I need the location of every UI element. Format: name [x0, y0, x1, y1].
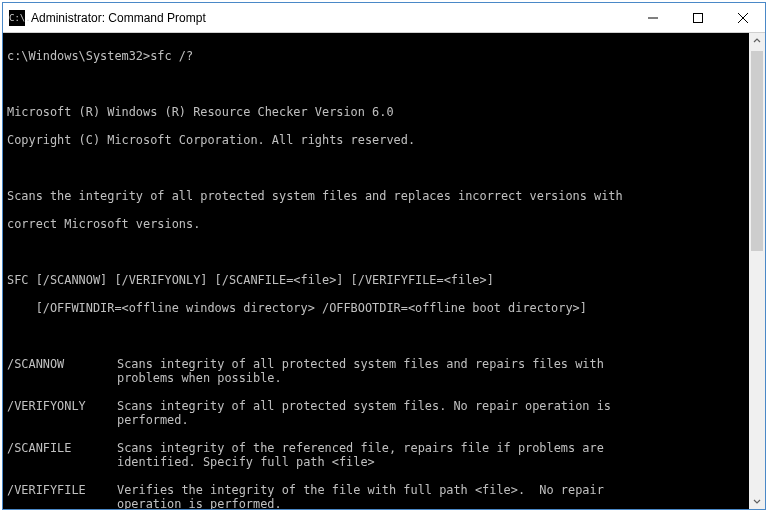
scroll-down-button[interactable] — [749, 493, 765, 509]
svg-rect-1 — [693, 13, 702, 22]
option-row: /SCANFILEScans integrity of the referenc… — [7, 441, 745, 469]
option-desc: Scans integrity of all protected system … — [117, 357, 717, 385]
option-desc: Verifies the integrity of the file with … — [117, 483, 717, 509]
syntax-line: SFC [/SCANNOW] [/VERIFYONLY] [/SCANFILE=… — [7, 273, 745, 287]
scroll-thumb[interactable] — [751, 51, 763, 251]
maximize-button[interactable] — [675, 3, 720, 32]
titlebar[interactable]: C:\. Administrator: Command Prompt — [3, 3, 765, 33]
minimize-button[interactable] — [630, 3, 675, 32]
chevron-up-icon — [753, 37, 761, 45]
cmd-icon: C:\. — [9, 10, 25, 26]
option-desc: Scans integrity of all protected system … — [117, 399, 717, 427]
option-key: /VERIFYONLY — [7, 399, 117, 427]
chevron-down-icon — [753, 497, 761, 505]
header-line: Microsoft (R) Windows (R) Resource Check… — [7, 105, 745, 119]
description-line: correct Microsoft versions. — [7, 217, 745, 231]
close-button[interactable] — [720, 3, 765, 32]
option-key: /SCANFILE — [7, 441, 117, 469]
option-desc: Scans integrity of the referenced file, … — [117, 441, 717, 469]
prompt-line: c:\Windows\System32>sfc /? — [7, 49, 745, 63]
option-row: /VERIFYFILEVerifies the integrity of the… — [7, 483, 745, 509]
option-key: /SCANNOW — [7, 357, 117, 385]
header-line: Copyright (C) Microsoft Corporation. All… — [7, 133, 745, 147]
client-area: c:\Windows\System32>sfc /? Microsoft (R)… — [3, 33, 765, 509]
option-row: /SCANNOWScans integrity of all protected… — [7, 357, 745, 385]
option-row: /VERIFYONLYScans integrity of all protec… — [7, 399, 745, 427]
window-controls — [630, 3, 765, 32]
window-title: Administrator: Command Prompt — [31, 11, 630, 25]
terminal-output[interactable]: c:\Windows\System32>sfc /? Microsoft (R)… — [3, 33, 749, 509]
command-prompt-window: C:\. Administrator: Command Prompt c:\Wi… — [2, 2, 766, 510]
scroll-up-button[interactable] — [749, 33, 765, 49]
option-key: /VERIFYFILE — [7, 483, 117, 509]
syntax-line: [/OFFWINDIR=<offline windows directory> … — [7, 301, 745, 315]
description-line: Scans the integrity of all protected sys… — [7, 189, 745, 203]
command-text: sfc /? — [150, 49, 193, 63]
prompt: c:\Windows\System32> — [7, 49, 150, 63]
vertical-scrollbar[interactable] — [749, 33, 765, 509]
